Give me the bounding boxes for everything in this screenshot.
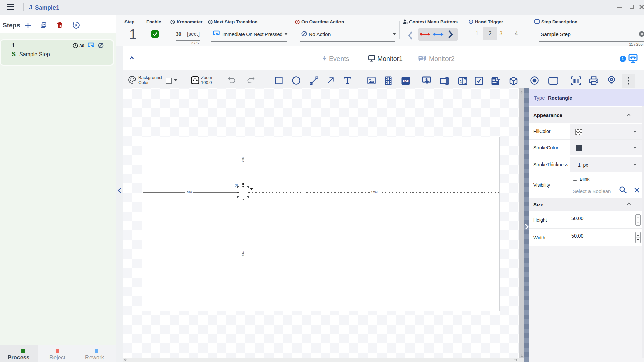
svg-text:PDF: PDF	[403, 80, 409, 83]
svg-text:2: 2	[465, 78, 466, 81]
svg-text:1: 1	[460, 79, 462, 84]
